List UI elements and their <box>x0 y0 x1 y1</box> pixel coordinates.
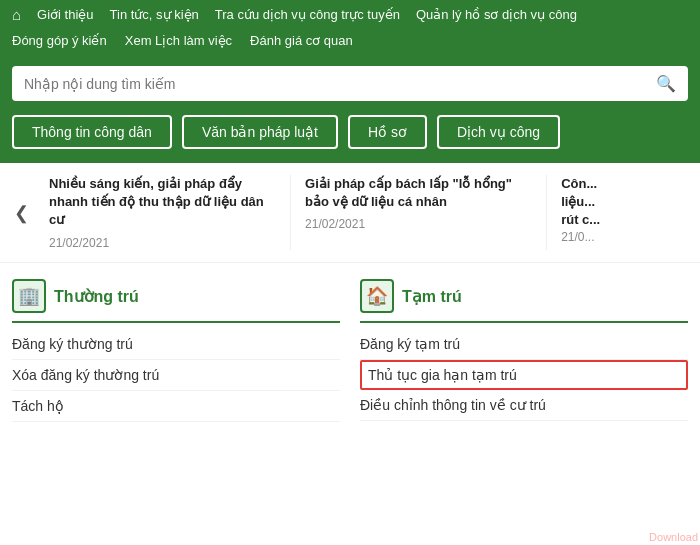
search-input[interactable] <box>24 76 648 92</box>
tamtru-list: Đăng ký tạm trú Thủ tục gia hạn tạm trú … <box>360 329 688 421</box>
services-section: 🏢 Thường trú Đăng ký thường trú Xóa đăng… <box>0 263 700 432</box>
btn-vanban[interactable]: Văn bản pháp luật <box>182 115 338 149</box>
top-nav: ⌂ Giới thiệu Tin tức, sự kiện Tra cứu dị… <box>0 0 700 29</box>
thuongtru-title: Thường trú <box>54 287 139 306</box>
news-item-2-partial: Côn...liệu...rút c... 21/0... <box>547 175 692 250</box>
thuongtru-item-1[interactable]: Xóa đăng ký thường trú <box>12 360 340 391</box>
tamtru-icon: 🏠 <box>360 279 394 313</box>
thuongtru-item-0[interactable]: Đăng ký thường trú <box>12 329 340 360</box>
news-date-1: 21/02/2021 <box>305 217 532 231</box>
news-item-0: Nhiều sáng kiến, giải pháp đẩy nhanh tiế… <box>35 175 291 250</box>
news-title-2: Côn...liệu...rút c... <box>561 175 686 230</box>
nav-link-gioithieu[interactable]: Giới thiệu <box>37 7 93 22</box>
nav-link-tracuu[interactable]: Tra cứu dịch vụ công trực tuyến <box>215 7 400 22</box>
news-title-1: Giải pháp cấp bách lấp "lỗ hổng" bảo vệ … <box>305 175 532 211</box>
search-area: 🔍 <box>0 56 700 115</box>
btn-thongtin[interactable]: Thông tin công dân <box>12 115 172 149</box>
news-item-1: Giải pháp cấp bách lấp "lỗ hổng" bảo vệ … <box>291 175 547 250</box>
thuongtru-icon: 🏢 <box>12 279 46 313</box>
tamtru-item-0[interactable]: Đăng ký tạm trú <box>360 329 688 360</box>
news-items: Nhiều sáng kiến, giải pháp đẩy nhanh tiế… <box>35 175 692 250</box>
btn-dichvu[interactable]: Dịch vụ công <box>437 115 560 149</box>
thuongtru-list: Đăng ký thường trú Xóa đăng ký thường tr… <box>12 329 340 422</box>
news-date-0: 21/02/2021 <box>49 236 276 250</box>
quick-buttons: Thông tin công dân Văn bản pháp luật Hồ … <box>0 115 700 163</box>
service-col-tamtru: 🏠 Tạm trú Đăng ký tạm trú Thủ tục gia hạ… <box>360 279 688 422</box>
news-prev-arrow[interactable]: ❮ <box>8 175 35 250</box>
sub-nav-dongop[interactable]: Đóng góp ý kiến <box>12 33 107 48</box>
tamtru-item-2[interactable]: Điều chỉnh thông tin về cư trú <box>360 390 688 421</box>
tamtru-item-1-highlighted[interactable]: Thủ tục gia hạn tạm trú <box>360 360 688 390</box>
tamtru-title: Tạm trú <box>402 287 462 306</box>
sub-nav: Đóng góp ý kiến Xem Lịch làm việc Đánh g… <box>0 29 700 56</box>
home-icon[interactable]: ⌂ <box>12 6 21 23</box>
sub-nav-xemlich[interactable]: Xem Lịch làm việc <box>125 33 232 48</box>
news-date-2: 21/0... <box>561 230 686 244</box>
search-box: 🔍 <box>12 66 688 101</box>
tamtru-header: 🏠 Tạm trú <box>360 279 688 323</box>
nav-link-quanly[interactable]: Quản lý hồ sơ dịch vụ công <box>416 7 577 22</box>
nav-link-tintuc[interactable]: Tin tức, sự kiện <box>110 7 199 22</box>
thuongtru-header: 🏢 Thường trú <box>12 279 340 323</box>
search-icon[interactable]: 🔍 <box>656 74 676 93</box>
service-col-thuongtru: 🏢 Thường trú Đăng ký thường trú Xóa đăng… <box>12 279 340 422</box>
news-section: ❮ Nhiều sáng kiến, giải pháp đẩy nhanh t… <box>0 163 700 263</box>
btn-hoso[interactable]: Hồ sơ <box>348 115 427 149</box>
sub-nav-danhgia[interactable]: Đánh giá cơ quan <box>250 33 353 48</box>
thuongtru-item-2[interactable]: Tách hộ <box>12 391 340 422</box>
news-title-0: Nhiều sáng kiến, giải pháp đẩy nhanh tiế… <box>49 175 276 230</box>
